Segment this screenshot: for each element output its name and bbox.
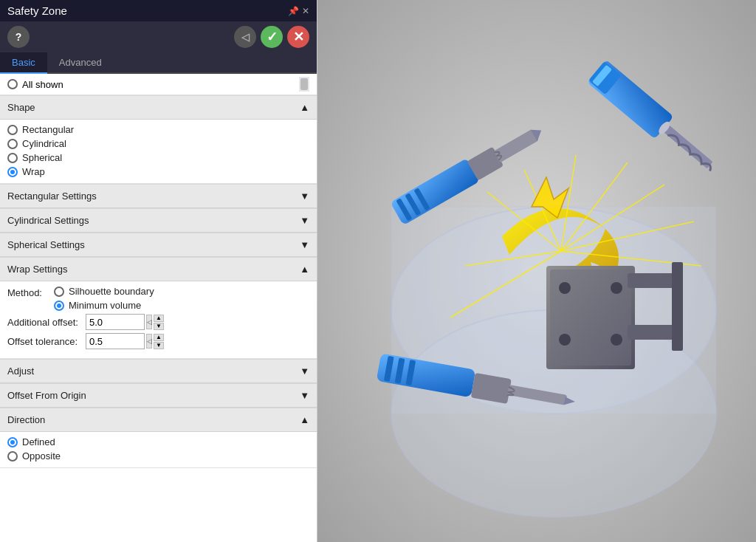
direction-section-header[interactable]: Direction ▲: [0, 408, 317, 432]
tab-row: Basic Advanced: [0, 52, 317, 74]
wrap-radio[interactable]: [7, 167, 18, 177]
adjust-chevron-icon: ▼: [300, 366, 309, 377]
title-bar-left: Safety Zone: [7, 4, 67, 17]
rectangular-settings-header[interactable]: Rectangular Settings ▼: [0, 184, 317, 208]
help-button[interactable]: ?: [7, 26, 30, 48]
minimum-volume-radio[interactable]: [54, 301, 64, 311]
scene-3d: [317, 0, 756, 542]
additional-offset-label: Additional offset:: [7, 317, 81, 328]
additional-offset-row: Additional offset: ◁ ▲ ▼: [7, 314, 309, 330]
method-options: Silhouette boundary Minimum volume: [54, 286, 154, 311]
shape-rectangular-option[interactable]: Rectangular: [7, 124, 309, 135]
additional-offset-spinner: ▲ ▼: [154, 315, 164, 330]
silhouette-option[interactable]: Silhouette boundary: [54, 286, 154, 297]
offset-tolerance-slider[interactable]: ◁: [146, 334, 152, 349]
shape-section-header[interactable]: Shape ▲: [0, 95, 317, 120]
defined-label: Defined: [22, 436, 55, 447]
wrap-label: Wrap: [22, 166, 45, 177]
wrap-settings-chevron-icon: ▲: [300, 264, 309, 275]
direction-defined-option[interactable]: Defined: [7, 436, 309, 447]
direction-radio-group: Defined Opposite: [7, 436, 309, 462]
defined-radio[interactable]: [7, 437, 18, 447]
silhouette-radio[interactable]: [54, 287, 64, 297]
viewport[interactable]: [317, 0, 756, 542]
cylindrical-settings-title: Cylindrical Settings: [7, 215, 89, 226]
tab-basic[interactable]: Basic: [0, 52, 47, 74]
ok-button[interactable]: ✓: [261, 26, 283, 48]
wrap-settings-header[interactable]: Wrap Settings ▲: [0, 257, 317, 281]
additional-offset-controls: ◁ ▲ ▼: [146, 315, 164, 330]
spherical-settings-header[interactable]: Spherical Settings ▼: [0, 233, 317, 257]
additional-offset-input-wrap: ◁ ▲ ▼: [86, 314, 164, 330]
svg-rect-19: [628, 273, 679, 288]
right-panel[interactable]: [317, 0, 756, 542]
all-shown-row: All shown: [0, 74, 317, 95]
svg-rect-21: [672, 262, 683, 351]
all-shown-radio[interactable]: [7, 79, 18, 89]
minimum-volume-label: Minimum volume: [69, 300, 141, 311]
direction-opposite-option[interactable]: Opposite: [7, 450, 309, 462]
left-panel: Safety Zone 📌 ✕ ? ◁ ✓ ✕ Basic Advanced A…: [0, 0, 317, 542]
method-row: Method: Silhouette boundary Minimum volu…: [7, 286, 309, 311]
offset-tolerance-controls: ◁ ▲ ▼: [146, 334, 164, 349]
shape-section-title: Shape: [7, 102, 35, 113]
window-title: Safety Zone: [7, 4, 67, 17]
opposite-radio[interactable]: [7, 451, 18, 462]
pin-icon[interactable]: 📌: [288, 6, 299, 16]
direction-section-body: Defined Opposite: [0, 432, 317, 468]
offset-tolerance-label: Offset tolerance:: [7, 336, 81, 347]
title-bar: Safety Zone 📌 ✕: [0, 0, 317, 21]
shape-wrap-option[interactable]: Wrap: [7, 166, 309, 177]
back-button[interactable]: ◁: [234, 26, 256, 48]
offset-tolerance-input-wrap: ◁ ▲ ▼: [86, 333, 164, 349]
panel-content: All shown Shape ▲ Rectangular Cylindrica…: [0, 74, 317, 542]
additional-offset-slider[interactable]: ◁: [146, 315, 152, 329]
direction-chevron-icon: ▲: [300, 414, 309, 425]
method-label: Method:: [7, 286, 48, 298]
cylindrical-settings-header[interactable]: Cylindrical Settings ▼: [0, 208, 317, 233]
rectangular-radio[interactable]: [7, 125, 18, 135]
shape-radio-group: Rectangular Cylindrical Spherical Wrap: [7, 124, 309, 177]
toolbar-right: ◁ ✓ ✕: [234, 26, 309, 48]
offset-from-origin-chevron-icon: ▼: [300, 390, 309, 401]
offset-from-origin-title: Offset From Origin: [7, 390, 86, 401]
offset-tolerance-down[interactable]: ▼: [154, 342, 164, 349]
all-shown-label: All shown: [22, 79, 63, 90]
cylindrical-radio[interactable]: [7, 139, 18, 149]
direction-section-title: Direction: [7, 414, 45, 425]
adjust-section-title: Adjust: [7, 366, 34, 377]
rectangular-label: Rectangular: [22, 124, 74, 135]
adjust-section-header[interactable]: Adjust ▼: [0, 359, 317, 383]
rectangular-settings-chevron-icon: ▼: [300, 191, 309, 202]
svg-point-15: [559, 282, 571, 294]
additional-offset-up[interactable]: ▲: [154, 315, 164, 322]
cylindrical-label: Cylindrical: [22, 138, 66, 149]
spherical-radio[interactable]: [7, 153, 18, 163]
spherical-settings-chevron-icon: ▼: [300, 239, 309, 250]
shape-chevron-icon: ▲: [300, 102, 309, 113]
additional-offset-down[interactable]: ▼: [154, 323, 164, 330]
minimum-volume-option[interactable]: Minimum volume: [54, 300, 154, 311]
cancel-button[interactable]: ✕: [287, 26, 309, 48]
shape-spherical-option[interactable]: Spherical: [7, 152, 309, 163]
additional-offset-input[interactable]: [86, 314, 145, 330]
svg-rect-20: [628, 325, 679, 340]
svg-point-17: [559, 334, 571, 346]
offset-tolerance-spinner: ▲ ▼: [154, 334, 164, 349]
toolbar-row: ? ◁ ✓ ✕: [0, 21, 317, 52]
offset-tolerance-up[interactable]: ▲: [154, 334, 164, 341]
cylindrical-settings-chevron-icon: ▼: [300, 215, 309, 226]
close-icon[interactable]: ✕: [302, 6, 309, 16]
offset-tolerance-input[interactable]: [86, 333, 145, 349]
wrap-settings-title: Wrap Settings: [7, 264, 67, 275]
silhouette-label: Silhouette boundary: [69, 286, 154, 297]
svg-point-18: [611, 334, 622, 346]
tab-advanced[interactable]: Advanced: [47, 52, 114, 74]
rectangular-settings-title: Rectangular Settings: [7, 191, 97, 202]
offset-tolerance-row: Offset tolerance: ◁ ▲ ▼: [7, 333, 309, 349]
title-bar-right: 📌 ✕: [288, 6, 309, 16]
offset-from-origin-header[interactable]: Offset From Origin ▼: [0, 383, 317, 408]
toolbar-left: ?: [7, 26, 30, 48]
wrap-settings-body: Method: Silhouette boundary Minimum volu…: [0, 281, 317, 359]
shape-cylindrical-option[interactable]: Cylindrical: [7, 138, 309, 149]
